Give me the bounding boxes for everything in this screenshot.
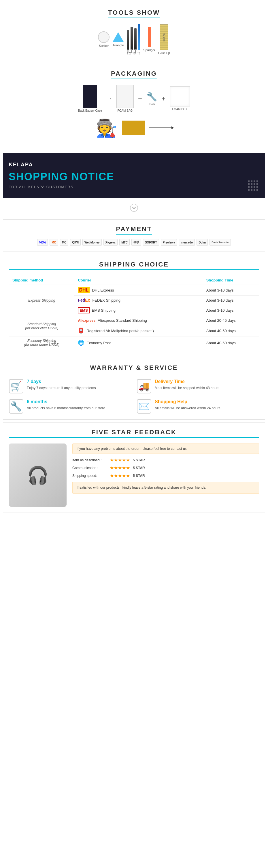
mts-logo: МТС [119, 239, 130, 246]
pkg-arrow-line [149, 127, 172, 129]
ems-courier: EMS EMS Shipping [78, 307, 199, 313]
pkg-dark-box [83, 85, 97, 108]
screwdriver-2 [131, 27, 133, 50]
warranty-item-7days: 🛒 7 days Enjoy 7 days to return if any q… [9, 379, 131, 394]
dhl-courier: DHL DHL Express [78, 287, 199, 293]
pkg-foam-box-label: FOAM BOX [172, 107, 188, 111]
pkg-plus-2: + [161, 95, 165, 103]
regmail-time: About 40-60 days [203, 325, 259, 336]
pkg-delivery-man: 🧑‍🏭 [96, 118, 117, 138]
email-icon: ✉️ [137, 399, 151, 413]
packaging-section: PACKAGING Back Battery Case → FOAM BAG +… [3, 64, 265, 150]
rating-shipping-label: Shipping speed: [72, 474, 107, 478]
warranty-6months-text: 6 months All products have 6 months warr… [27, 399, 105, 411]
rating-communication-stars: ★★★★★ [110, 465, 130, 470]
rating-row-communication: Communication : ★★★★★ 5 STAR [72, 465, 259, 470]
screwdriver-3 [134, 28, 137, 50]
dhl-time: About 3-10 days [203, 285, 259, 296]
warranty-delivery-text: Delivery Time Most items will be shipped… [155, 379, 219, 391]
rating-shipping-stars: ★★★★★ [110, 473, 130, 478]
notice-title-part1: SHOP [9, 170, 41, 183]
contact-text: if you have any problems about the order… [72, 443, 259, 454]
pkg-foam-box-shape [170, 86, 190, 106]
tool-glue-tape: 3M 200 Glue Tip [158, 24, 170, 55]
packaging-row-2: 🧑‍🏭 [9, 118, 259, 138]
shipping-choice-title: SHIPPING CHOICE [9, 261, 259, 270]
pkg-tape [122, 121, 145, 136]
warranty-title: WARRANTY & SERVICE [9, 364, 259, 373]
pkg-foam-shape [116, 85, 134, 108]
rating-communication-label: Communication : [72, 466, 107, 470]
sofort-logo: SOFORT [143, 239, 159, 246]
shipping-table: Shipping method Courier Shopping Time Ex… [9, 276, 259, 349]
pkg-tools-icon: 🔧 [146, 92, 157, 102]
pkg-tools-label: Tools [149, 103, 155, 106]
shipping-choice-section: SHIPPING CHOICE Shipping method Courier … [3, 255, 265, 355]
warranty-7days-text: 7 days Enjoy 7 days to return if any qua… [27, 379, 96, 391]
notice-highlight: P [41, 170, 48, 183]
shopping-notice-section: KELAPA SHOPPING NOTICE FOR ALL KELAPA CU… [3, 153, 265, 198]
economy-time: About 40-60 days [203, 336, 259, 349]
notice-title-part2: ING NOTICE [48, 170, 114, 183]
tool-spudger: Spudger [143, 27, 155, 52]
tool-triangle: Triangle [112, 32, 124, 47]
aliex-courier: Aliexpress Aliexpress Standard Shipping [78, 318, 199, 322]
yandex-logo: Яндекс [104, 239, 118, 246]
th-method: Shipping method [9, 276, 74, 285]
rating-item-label: Item as described : [72, 458, 107, 462]
delivery-man-icon: 🧑‍🏭 [96, 118, 117, 138]
fedex-time: About 3-10 days [203, 296, 259, 305]
tool-screwdrivers: 1.2 T5 T6 [127, 24, 140, 55]
warranty-6months-desc: All products have 6 months warranty from… [27, 405, 105, 411]
screwdriver-labels: 1.2 T5 T6 [127, 52, 140, 55]
tool-sucker: Sucker [98, 31, 109, 48]
rating-item-star-label: 5 STAR [133, 458, 145, 462]
warranty-6months-heading: 6 months [27, 399, 105, 404]
dhl-row: DHL DHL Express [74, 285, 203, 296]
pkg-arrow-1: → [106, 95, 112, 102]
screwdrivers-group [127, 24, 140, 51]
pkg-foam-box: FOAM BOX [170, 86, 190, 111]
payment-section: PAYMENT VISA MC MC QIWI WebMoney Яндекс … [3, 219, 265, 252]
spudger-shape [148, 27, 151, 47]
dhl-logo: DHL [78, 287, 90, 293]
table-row: Economy Shipping(for order under USD5) 🌐… [9, 336, 259, 349]
economy-logo: 🌐 [78, 340, 84, 346]
bank-transfer-logo: Bank Transfer [210, 239, 231, 246]
sucker-shape [98, 31, 109, 43]
fedex-logo: FedEx [78, 298, 90, 303]
table-row: Express Shipping DHL DHL Express About 3… [9, 285, 259, 296]
spudger-label: Spudger [143, 48, 155, 52]
tools-image-area: Sucker Triangle 1.2 T5 T6 Spudger [9, 24, 259, 55]
visa-logo: VISA [37, 239, 48, 246]
pkg-battery-case: Back Battery Case [78, 85, 102, 112]
fedex-name: FEDEX Shipping [92, 298, 120, 303]
webmoney-logo: WebMoney [82, 239, 102, 246]
regmail-name: Registered Air Mail(china post/e packet … [86, 329, 154, 333]
warranty-delivery-heading: Delivery Time [155, 379, 219, 384]
notice-grid-decoration [248, 181, 259, 192]
tools-show-title: TOOLS SHOW [108, 9, 160, 18]
pkg-back-battery-label: Back Battery Case [78, 109, 102, 112]
five-star-section: FIVE STAR FEEDBACK 🎧 if you have any pro… [3, 423, 265, 513]
ems-row: EMS EMS Shipping [74, 305, 203, 316]
pkg-tools: 🔧 Tools [146, 92, 157, 106]
warranty-7days-desc: Enjoy 7 days to return if any quality pr… [27, 385, 96, 391]
pkg-arrow-line-shape [149, 127, 172, 128]
svg-point-0 [130, 204, 138, 212]
ems-time: About 3-10 days [203, 305, 259, 316]
warranty-help-text: Shopping Help All emails will be answere… [155, 399, 220, 411]
packaging-title: PACKAGING [111, 70, 157, 79]
economy-courier: 🌐 Economy Post [78, 340, 199, 346]
satisfied-text: If satisfied with our products , kindly … [72, 482, 259, 494]
warranty-7days-heading: 7 days [27, 379, 96, 384]
economy-row: 🌐 Economy Post [74, 336, 203, 349]
regmail-logo: 📮 [78, 328, 84, 334]
warranty-help-desc: All emails will be answered within 24 ho… [155, 405, 220, 411]
payment-title: PAYMENT [116, 225, 152, 235]
rating-row-item: Item as described : ★★★★★ 5 STAR [72, 457, 259, 463]
pkg-foam: FOAM BAG [116, 85, 134, 112]
qiwi-logo: QIWI [70, 239, 81, 246]
pkg-tape-shape [122, 121, 145, 135]
express-shipping-cell: Express Shipping [9, 285, 74, 316]
